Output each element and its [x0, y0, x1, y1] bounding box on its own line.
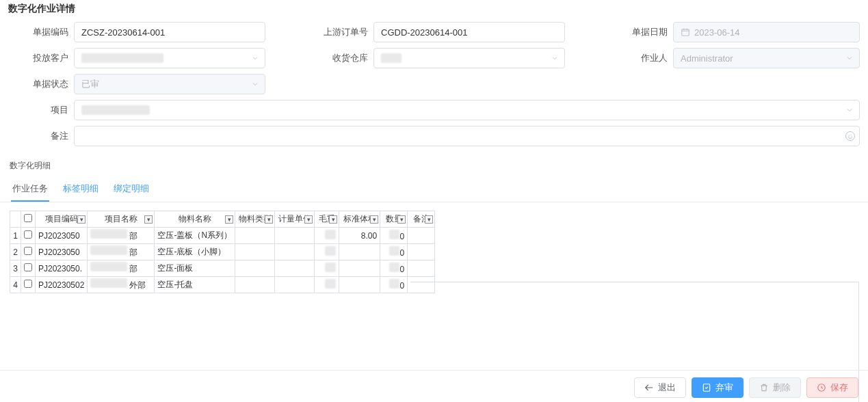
- table-row[interactable]: 1PJ2023050 部空压-盖板（N系列）8.000: [10, 228, 435, 244]
- exit-button[interactable]: 退出: [634, 377, 686, 398]
- cell-proj-name: 外部: [88, 277, 155, 293]
- cell-uom: [275, 277, 315, 293]
- label-warehouse: 收货仓库: [308, 52, 373, 64]
- label-doc-code: 单据编码: [8, 26, 74, 38]
- row-idx: 3: [10, 260, 21, 277]
- cell-qty: 0: [380, 228, 408, 244]
- th-select-all[interactable]: [21, 211, 36, 228]
- cell-std-vol: 8.00: [339, 228, 380, 244]
- cell-mat-name: 空压-底板（小脚）: [155, 244, 235, 260]
- cell-proj-code: PJ20230502: [36, 277, 88, 293]
- table-header-row: 项目编码▾ 项目名称▾ 物料名称▾ 物料类型▾ 计量单位▾ 毛重▾ 标准体积▾ …: [10, 211, 435, 228]
- cell-remark: [408, 228, 435, 244]
- redacted-text: [81, 105, 150, 115]
- cell-remark: [408, 277, 435, 293]
- cell-proj-code: PJ2023050: [36, 244, 88, 260]
- trash-icon: [759, 383, 769, 392]
- cell-uom: [275, 228, 315, 244]
- input-doc-date: 2023-06-14: [673, 22, 860, 42]
- chevron-down-icon: [251, 80, 259, 88]
- cell-remark: [408, 260, 435, 277]
- filter-icon[interactable]: ▾: [425, 215, 433, 224]
- footer-actions: 退出 弃审 删除 保存: [0, 370, 868, 398]
- save-button[interactable]: 保存: [806, 377, 858, 398]
- tabs: 作业任务 标签明细 绑定明细: [0, 172, 868, 202]
- select-customer[interactable]: [74, 48, 265, 68]
- filter-icon[interactable]: ▾: [225, 215, 233, 224]
- cell-proj-name: 部: [88, 228, 155, 244]
- th-proj-code[interactable]: 项目编码▾: [36, 211, 88, 228]
- label-doc-date: 单据日期: [607, 26, 673, 38]
- table-row[interactable]: 3PJ2023050. 部空压-面板0: [10, 260, 435, 277]
- tab-bind-detail[interactable]: 绑定明细: [112, 178, 150, 202]
- chevron-down-icon: [845, 54, 854, 62]
- save-icon: [817, 383, 826, 392]
- delete-button: 删除: [749, 377, 801, 398]
- chevron-down-icon: [551, 54, 559, 62]
- filter-icon[interactable]: ▾: [304, 215, 313, 224]
- select-status: 已审: [74, 74, 265, 94]
- redacted-text: [381, 53, 402, 63]
- table-row[interactable]: 2PJ2023050 部空压-底板（小脚）0: [10, 244, 435, 260]
- th-uom[interactable]: 计量单位▾: [275, 211, 315, 228]
- cell-uom: [275, 260, 315, 277]
- th-qty[interactable]: 数量▾: [380, 211, 408, 228]
- input-doc-code[interactable]: ZCSZ-20230614-001: [74, 22, 265, 42]
- svg-rect-0: [682, 29, 689, 36]
- chevron-down-icon: [251, 54, 259, 62]
- th-remark[interactable]: 备注▾: [408, 211, 435, 228]
- table-row[interactable]: 4PJ20230502 外部空压-托盘0: [10, 277, 435, 293]
- row-idx: 2: [10, 244, 21, 260]
- form-area: 单据编码 ZCSZ-20230614-001 上游订单号 CGDD-202306…: [0, 19, 868, 156]
- cell-proj-name: 部: [88, 244, 155, 260]
- cell-qty: 0: [380, 260, 408, 277]
- filter-icon[interactable]: ▾: [77, 215, 86, 224]
- th-proj-name[interactable]: 项目名称▾: [88, 211, 155, 228]
- label-remark: 备注: [8, 130, 74, 142]
- cell-mat-type: [235, 228, 275, 244]
- cell-qty: 0: [380, 244, 408, 260]
- calendar-icon: [681, 27, 690, 37]
- th-std-vol[interactable]: 标准体积▾: [339, 211, 380, 228]
- page-title: 数字化作业详情: [0, 0, 868, 19]
- th-mat-name[interactable]: 物料名称▾: [155, 211, 235, 228]
- row-checkbox[interactable]: [21, 277, 36, 293]
- select-warehouse[interactable]: [373, 48, 565, 68]
- row-checkbox[interactable]: [21, 228, 36, 244]
- label-operator: 作业人: [607, 52, 673, 64]
- cell-gross: [315, 260, 339, 277]
- cell-gross: [315, 277, 339, 293]
- cell-proj-name: 部: [88, 260, 155, 277]
- filter-icon[interactable]: ▾: [265, 215, 273, 224]
- emoji-icon[interactable]: ☺: [845, 131, 855, 141]
- filter-icon[interactable]: ▾: [329, 215, 337, 224]
- cell-proj-code: PJ2023050.: [36, 260, 88, 277]
- tab-label-detail[interactable]: 标签明细: [62, 178, 100, 202]
- th-gross[interactable]: 毛重▾: [315, 211, 339, 228]
- row-checkbox[interactable]: [21, 260, 36, 277]
- abandon-audit-button[interactable]: 弃审: [692, 377, 744, 398]
- filter-icon[interactable]: ▾: [370, 215, 378, 224]
- cell-std-vol: [339, 244, 380, 260]
- redacted-text: [81, 53, 163, 63]
- input-remark[interactable]: ☺: [74, 126, 860, 146]
- tab-task[interactable]: 作业任务: [11, 178, 49, 202]
- label-project: 项目: [8, 104, 74, 116]
- label-upstream-order: 上游订单号: [308, 26, 373, 38]
- row-idx: 4: [10, 277, 21, 293]
- select-project[interactable]: [74, 100, 860, 120]
- cell-gross: [315, 228, 339, 244]
- audit-icon: [702, 383, 711, 392]
- filter-icon[interactable]: ▾: [397, 215, 406, 224]
- label-customer: 投放客户: [8, 52, 74, 64]
- cell-std-vol: [339, 260, 380, 277]
- row-idx: 1: [10, 228, 21, 244]
- cell-mat-type: [235, 244, 275, 260]
- detail-table: 项目编码▾ 项目名称▾ 物料名称▾ 物料类型▾ 计量单位▾ 毛重▾ 标准体积▾ …: [10, 211, 435, 293]
- row-checkbox[interactable]: [21, 244, 36, 260]
- th-mat-type[interactable]: 物料类型▾: [235, 211, 275, 228]
- filter-icon[interactable]: ▾: [144, 215, 153, 224]
- input-upstream-order[interactable]: CGDD-20230614-001: [373, 22, 565, 42]
- cell-mat-name: 空压-面板: [155, 260, 235, 277]
- cell-std-vol: [339, 277, 380, 293]
